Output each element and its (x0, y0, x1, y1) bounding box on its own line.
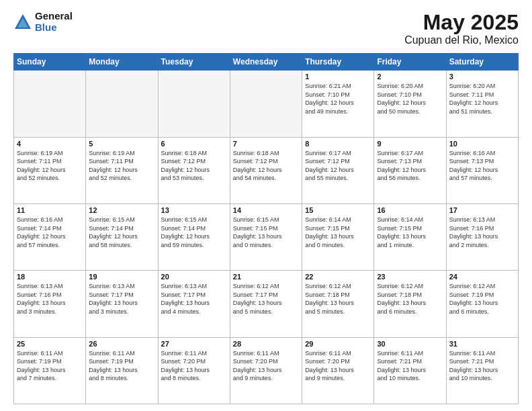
logo-blue: Blue (35, 22, 73, 34)
day-info: Sunrise: 6:14 AM Sunset: 7:15 PM Dayligh… (305, 216, 371, 249)
calendar-cell-w1-d2 (86, 71, 158, 137)
calendar-cell-w1-d6: 2Sunrise: 6:20 AM Sunset: 7:10 PM Daylig… (374, 71, 446, 137)
day-number: 7 (233, 140, 299, 148)
day-number: 18 (17, 273, 83, 281)
calendar-table: Sunday Monday Tuesday Wednesday Thursday… (13, 53, 519, 404)
logo: General Blue (13, 11, 73, 33)
header-tuesday: Tuesday (158, 54, 230, 71)
day-info: Sunrise: 6:12 AM Sunset: 7:19 PM Dayligh… (449, 282, 515, 316)
calendar-cell-w1-d1 (14, 71, 86, 137)
day-number: 4 (17, 140, 83, 148)
calendar-cell-w4-d2: 19Sunrise: 6:13 AM Sunset: 7:17 PM Dayli… (86, 271, 158, 337)
calendar-cell-w5-d6: 30Sunrise: 6:11 AM Sunset: 7:21 PM Dayli… (374, 337, 446, 404)
day-number: 6 (161, 140, 227, 148)
day-info: Sunrise: 6:15 AM Sunset: 7:14 PM Dayligh… (161, 216, 227, 249)
day-info: Sunrise: 6:13 AM Sunset: 7:17 PM Dayligh… (89, 282, 154, 316)
day-number: 17 (449, 206, 515, 214)
header-monday: Monday (86, 54, 158, 71)
calendar-subtitle: Cupuan del Rio, Mexico (404, 34, 519, 46)
calendar-cell-w3-d3: 13Sunrise: 6:15 AM Sunset: 7:14 PM Dayli… (158, 203, 230, 270)
week-row-5: 25Sunrise: 6:11 AM Sunset: 7:19 PM Dayli… (14, 337, 519, 404)
day-info: Sunrise: 6:12 AM Sunset: 7:18 PM Dayligh… (305, 282, 371, 316)
calendar-cell-w3-d6: 16Sunrise: 6:14 AM Sunset: 7:15 PM Dayli… (374, 203, 446, 270)
calendar-cell-w2-d1: 4Sunrise: 6:19 AM Sunset: 7:11 PM Daylig… (14, 137, 86, 203)
day-info: Sunrise: 6:11 AM Sunset: 7:20 PM Dayligh… (161, 349, 227, 383)
header-friday: Friday (374, 54, 446, 71)
day-info: Sunrise: 6:17 AM Sunset: 7:12 PM Dayligh… (305, 149, 371, 183)
day-number: 15 (305, 206, 371, 214)
day-info: Sunrise: 6:11 AM Sunset: 7:21 PM Dayligh… (377, 349, 443, 383)
day-info: Sunrise: 6:20 AM Sunset: 7:10 PM Dayligh… (377, 82, 443, 116)
calendar-cell-w2-d5: 8Sunrise: 6:17 AM Sunset: 7:12 PM Daylig… (302, 137, 374, 203)
day-number: 1 (305, 73, 371, 81)
calendar-cell-w4-d1: 18Sunrise: 6:13 AM Sunset: 7:16 PM Dayli… (14, 271, 86, 337)
day-number: 28 (233, 340, 299, 348)
calendar-cell-w2-d3: 6Sunrise: 6:18 AM Sunset: 7:12 PM Daylig… (158, 137, 230, 203)
header-sunday: Sunday (14, 54, 86, 71)
day-info: Sunrise: 6:14 AM Sunset: 7:15 PM Dayligh… (377, 216, 443, 249)
day-info: Sunrise: 6:11 AM Sunset: 7:19 PM Dayligh… (89, 349, 154, 383)
calendar-title: May 2025 (404, 11, 519, 34)
day-info: Sunrise: 6:19 AM Sunset: 7:11 PM Dayligh… (89, 149, 154, 183)
day-info: Sunrise: 6:18 AM Sunset: 7:12 PM Dayligh… (161, 149, 227, 183)
day-info: Sunrise: 6:13 AM Sunset: 7:17 PM Dayligh… (161, 282, 227, 316)
day-number: 26 (89, 340, 154, 348)
day-number: 21 (233, 273, 299, 281)
day-number: 3 (449, 73, 515, 81)
header-saturday: Saturday (446, 54, 518, 71)
day-info: Sunrise: 6:13 AM Sunset: 7:16 PM Dayligh… (449, 216, 515, 249)
calendar-cell-w3-d1: 11Sunrise: 6:16 AM Sunset: 7:14 PM Dayli… (14, 203, 86, 270)
calendar-cell-w4-d4: 21Sunrise: 6:12 AM Sunset: 7:17 PM Dayli… (230, 271, 302, 337)
day-info: Sunrise: 6:12 AM Sunset: 7:18 PM Dayligh… (377, 282, 443, 316)
calendar-cell-w4-d5: 22Sunrise: 6:12 AM Sunset: 7:18 PM Dayli… (302, 271, 374, 337)
day-number: 29 (305, 340, 371, 348)
calendar-cell-w4-d7: 24Sunrise: 6:12 AM Sunset: 7:19 PM Dayli… (446, 271, 518, 337)
calendar-cell-w1-d7: 3Sunrise: 6:20 AM Sunset: 7:11 PM Daylig… (446, 71, 518, 137)
calendar-cell-w2-d6: 9Sunrise: 6:17 AM Sunset: 7:13 PM Daylig… (374, 137, 446, 203)
title-block: May 2025 Cupuan del Rio, Mexico (404, 11, 519, 46)
day-info: Sunrise: 6:19 AM Sunset: 7:11 PM Dayligh… (17, 149, 83, 183)
header: General Blue May 2025 Cupuan del Rio, Me… (13, 11, 519, 46)
day-number: 22 (305, 273, 371, 281)
day-info: Sunrise: 6:15 AM Sunset: 7:15 PM Dayligh… (233, 216, 299, 249)
day-info: Sunrise: 6:11 AM Sunset: 7:20 PM Dayligh… (233, 349, 299, 383)
day-number: 23 (377, 273, 443, 281)
calendar-cell-w1-d3 (158, 71, 230, 137)
logo-text: General Blue (35, 11, 73, 33)
calendar-cell-w1-d4 (230, 71, 302, 137)
calendar-cell-w5-d7: 31Sunrise: 6:11 AM Sunset: 7:21 PM Dayli… (446, 337, 518, 404)
week-row-2: 4Sunrise: 6:19 AM Sunset: 7:11 PM Daylig… (14, 137, 519, 203)
day-number: 9 (377, 140, 443, 148)
calendar-cell-w2-d7: 10Sunrise: 6:16 AM Sunset: 7:13 PM Dayli… (446, 137, 518, 203)
calendar-cell-w4-d3: 20Sunrise: 6:13 AM Sunset: 7:17 PM Dayli… (158, 271, 230, 337)
calendar-cell-w1-d5: 1Sunrise: 6:21 AM Sunset: 7:10 PM Daylig… (302, 71, 374, 137)
day-number: 2 (377, 73, 443, 81)
header-wednesday: Wednesday (230, 54, 302, 71)
calendar-cell-w2-d2: 5Sunrise: 6:19 AM Sunset: 7:11 PM Daylig… (86, 137, 158, 203)
day-number: 27 (161, 340, 227, 348)
day-info: Sunrise: 6:16 AM Sunset: 7:13 PM Dayligh… (449, 149, 515, 183)
day-info: Sunrise: 6:21 AM Sunset: 7:10 PM Dayligh… (305, 82, 371, 116)
day-info: Sunrise: 6:11 AM Sunset: 7:21 PM Dayligh… (449, 349, 515, 383)
day-number: 14 (233, 206, 299, 214)
day-info: Sunrise: 6:13 AM Sunset: 7:16 PM Dayligh… (17, 282, 83, 316)
day-number: 5 (89, 140, 154, 148)
page: General Blue May 2025 Cupuan del Rio, Me… (0, 0, 532, 411)
day-info: Sunrise: 6:20 AM Sunset: 7:11 PM Dayligh… (449, 82, 515, 116)
day-info: Sunrise: 6:17 AM Sunset: 7:13 PM Dayligh… (377, 149, 443, 183)
week-row-4: 18Sunrise: 6:13 AM Sunset: 7:16 PM Dayli… (14, 271, 519, 337)
day-info: Sunrise: 6:11 AM Sunset: 7:20 PM Dayligh… (305, 349, 371, 383)
weekday-header-row: Sunday Monday Tuesday Wednesday Thursday… (14, 54, 519, 71)
calendar-cell-w3-d5: 15Sunrise: 6:14 AM Sunset: 7:15 PM Dayli… (302, 203, 374, 270)
day-number: 30 (377, 340, 443, 348)
week-row-1: 1Sunrise: 6:21 AM Sunset: 7:10 PM Daylig… (14, 71, 519, 137)
calendar-cell-w5-d5: 29Sunrise: 6:11 AM Sunset: 7:20 PM Dayli… (302, 337, 374, 404)
calendar-cell-w5-d1: 25Sunrise: 6:11 AM Sunset: 7:19 PM Dayli… (14, 337, 86, 404)
day-number: 12 (89, 206, 154, 214)
calendar-cell-w3-d2: 12Sunrise: 6:15 AM Sunset: 7:14 PM Dayli… (86, 203, 158, 270)
logo-icon (13, 13, 32, 32)
day-number: 10 (449, 140, 515, 148)
day-info: Sunrise: 6:12 AM Sunset: 7:17 PM Dayligh… (233, 282, 299, 316)
week-row-3: 11Sunrise: 6:16 AM Sunset: 7:14 PM Dayli… (14, 203, 519, 270)
calendar-cell-w2-d4: 7Sunrise: 6:18 AM Sunset: 7:12 PM Daylig… (230, 137, 302, 203)
